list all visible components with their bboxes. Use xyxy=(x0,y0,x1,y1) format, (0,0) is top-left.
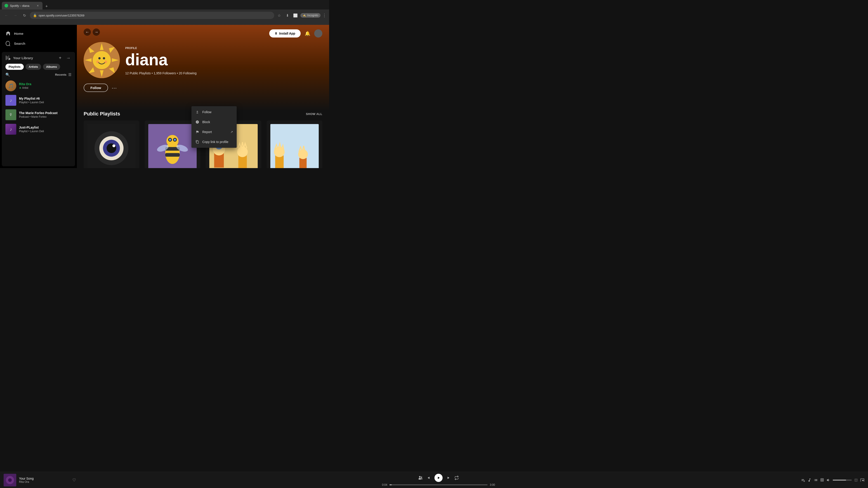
lib-item-meta: Podcast • Marie Forleo xyxy=(19,115,71,119)
notifications-button[interactable]: 🔔 xyxy=(303,29,311,37)
list-item[interactable]: 🎙 The Marie Forleo Podcast Podcast • Mar… xyxy=(2,107,75,122)
sidebar-item-search[interactable]: Search xyxy=(3,38,74,48)
home-icon xyxy=(5,31,11,36)
context-copy-link-label: Copy link to profile xyxy=(202,140,228,144)
active-tab[interactable]: Spotify – diana × xyxy=(2,2,42,9)
app-container: Home Search Your Library + → Playlists xyxy=(0,25,329,168)
lib-item-name: My Playlist #6 xyxy=(19,97,71,100)
playlist-thumbnail: ♪ xyxy=(5,95,16,106)
sidebar-top: Home Search xyxy=(0,25,77,50)
svg-point-26 xyxy=(166,135,179,147)
context-menu: Follow Block Report ↗ Copy link to prof xyxy=(191,106,237,148)
playlist-card-image-1 xyxy=(87,124,135,168)
library-search[interactable]: 🔍 xyxy=(5,72,10,77)
browser-menu-button[interactable]: ⋮ xyxy=(322,13,327,18)
install-app-label: Install App xyxy=(279,32,295,35)
lib-item-name: The Marie Forleo Podcast xyxy=(19,111,71,115)
svg-rect-25 xyxy=(165,153,180,157)
library-title-button[interactable]: Your Library xyxy=(5,55,57,61)
search-icon xyxy=(5,41,11,46)
playlist-thumbnail-2: ♪ xyxy=(5,124,16,135)
svg-point-10 xyxy=(98,57,101,59)
library-list: 🎵 Rita Ora ★ Artist ♪ My Playlist #6 xyxy=(2,78,75,166)
copy-link-icon xyxy=(195,140,199,144)
list-item[interactable]: 🎵 Rita Ora ★ Artist xyxy=(2,78,75,93)
list-item-info: Rita Ora ★ Artist xyxy=(19,82,71,90)
nav-back-button[interactable]: ← xyxy=(84,29,91,36)
tab-title: Spotify – diana xyxy=(10,4,34,7)
list-item-info: My Playlist #6 Playlist • Lauren Deli xyxy=(19,97,71,104)
reload-button[interactable]: ↻ xyxy=(21,12,28,19)
context-report-label: Report xyxy=(202,130,212,134)
block-icon xyxy=(195,120,199,124)
playlist-card-image-2 xyxy=(148,124,197,168)
profile-image xyxy=(84,42,120,78)
playlist-card[interactable]: hot girl house 185 Followers xyxy=(84,121,139,168)
svg-point-30 xyxy=(174,139,176,141)
external-link-icon: ↗ xyxy=(230,130,233,134)
context-menu-item-copy-link[interactable]: Copy link to profile xyxy=(191,137,237,147)
svg-rect-40 xyxy=(275,156,283,168)
context-menu-item-block[interactable]: Block xyxy=(191,117,237,127)
incognito-label: Incognito xyxy=(307,14,318,17)
bookmark-button[interactable]: ☆ xyxy=(276,12,282,19)
svg-rect-42 xyxy=(299,158,307,168)
library-header: Your Library + → xyxy=(2,52,75,63)
list-item[interactable]: ♪ My Playlist #6 Playlist • Lauren Deli xyxy=(2,93,75,107)
address-bar[interactable]: 🔒 open.spotify.com/user/1235578269 xyxy=(30,12,274,19)
podcast-icon: 🎙 xyxy=(9,113,13,117)
lib-item-name: Just-PLaylist xyxy=(19,126,71,129)
person-icon xyxy=(195,110,199,114)
download-button[interactable]: ⬇ xyxy=(284,12,290,19)
download-app-icon: ⬇ xyxy=(275,32,277,35)
svg-point-29 xyxy=(169,139,171,141)
follow-button[interactable]: Follow xyxy=(84,84,108,92)
search-mini-icon: 🔍 xyxy=(5,72,10,77)
bart-image xyxy=(270,124,319,168)
svg-point-9 xyxy=(93,51,111,69)
add-library-button[interactable]: + xyxy=(57,55,63,61)
profile-type-label: Profile xyxy=(125,46,322,50)
context-menu-item-follow[interactable]: Follow xyxy=(191,107,237,117)
recents-row: 🔍 Recents ☰ xyxy=(2,72,75,78)
back-button[interactable]: ← xyxy=(3,12,10,19)
chip-albums[interactable]: Albums xyxy=(43,64,60,70)
url-display: open.spotify.com/user/1235578269 xyxy=(39,14,271,17)
context-menu-item-report[interactable]: Report ↗ xyxy=(191,127,237,137)
context-follow-label: Follow xyxy=(202,110,211,114)
podcast-thumbnail: 🎙 xyxy=(5,109,16,120)
main-content: ⬇ Install App 🔔 ← → xyxy=(77,25,329,168)
install-app-button[interactable]: ⬇ Install App xyxy=(269,29,301,37)
svg-point-21 xyxy=(112,144,115,147)
music-note-icon: ♪ xyxy=(10,98,12,103)
lock-icon: 🔒 xyxy=(33,13,37,17)
more-options-button[interactable]: ··· xyxy=(112,84,117,92)
playlist-card-image-4 xyxy=(270,124,319,168)
new-tab-button[interactable]: + xyxy=(43,3,50,9)
star-icon: ★ xyxy=(19,86,22,90)
show-all-button[interactable]: Show all xyxy=(306,112,322,116)
user-avatar[interactable] xyxy=(314,29,322,37)
browser-actions: ☆ ⬇ ⬜ 🕵 Incognito ⋮ xyxy=(276,12,327,19)
list-view-icon[interactable]: ☰ xyxy=(68,72,71,77)
chip-artists[interactable]: Artists xyxy=(26,64,41,70)
browser-chrome: Spotify – diana × + ← → ↻ 🔒 open.spotify… xyxy=(0,0,329,25)
playlist-card[interactable]: kaytraNOTda 116 Followers xyxy=(267,121,322,168)
svg-point-38 xyxy=(237,147,248,157)
browser-toolbar: ← → ↻ 🔒 open.spotify.com/user/1235578269… xyxy=(0,9,329,21)
recents-label: Recents xyxy=(55,73,66,76)
svg-point-13 xyxy=(104,61,107,63)
chip-playlists[interactable]: Playlists xyxy=(5,64,24,70)
expand-library-button[interactable]: → xyxy=(65,55,71,61)
sidebar-item-home[interactable]: Home xyxy=(3,29,74,38)
nav-forward-button[interactable]: → xyxy=(93,29,100,36)
forward-button[interactable]: → xyxy=(12,12,19,19)
tab-close-button[interactable]: × xyxy=(36,4,40,8)
svg-point-12 xyxy=(96,61,99,63)
list-item[interactable]: ♪ Just-PLaylist Playlist • Lauren Deli xyxy=(2,122,75,136)
list-item-info: The Marie Forleo Podcast Podcast • Marie… xyxy=(19,111,71,119)
split-screen-button[interactable]: ⬜ xyxy=(292,12,299,19)
bee-image xyxy=(148,124,197,168)
artist-placeholder-icon: 🎵 xyxy=(8,83,14,89)
context-block-label: Block xyxy=(202,120,210,124)
